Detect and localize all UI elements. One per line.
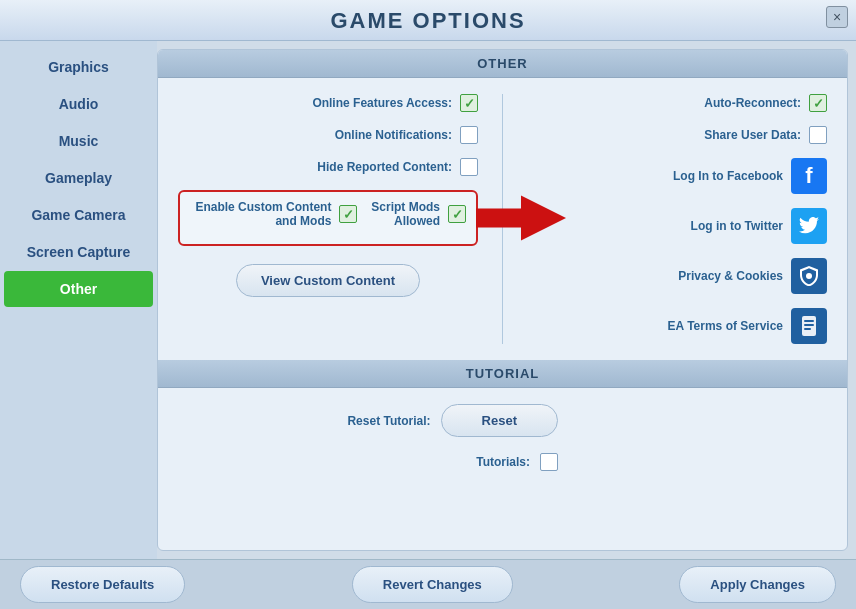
sidebar-item-screen-capture[interactable]: Screen Capture [0, 234, 157, 270]
online-features-row: Online Features Access: [178, 94, 478, 112]
hide-reported-row: Hide Reported Content: [178, 158, 478, 176]
auto-reconnect-row: Auto-Reconnect: [527, 94, 827, 112]
reset-tutorial-label: Reset Tutorial: [347, 414, 430, 428]
custom-content-box: Enable Custom Content and Mods Script Mo… [178, 190, 478, 246]
view-custom-content-button[interactable]: View Custom Content [236, 264, 420, 297]
svg-rect-3 [804, 320, 814, 322]
hide-reported-label: Hide Reported Content: [317, 160, 452, 174]
enable-custom-content-label: Enable Custom Content and Mods [190, 200, 331, 228]
share-user-data-row: Share User Data: [527, 126, 827, 144]
online-features-label: Online Features Access: [312, 96, 452, 110]
auto-reconnect-label: Auto-Reconnect: [704, 96, 801, 110]
facebook-label: Log In to Facebook [673, 169, 783, 183]
privacy-button[interactable] [791, 258, 827, 294]
reset-tutorial-row: Reset Tutorial: Reset [178, 404, 558, 437]
apply-changes-button[interactable]: Apply Changes [679, 566, 836, 603]
svg-rect-4 [804, 324, 814, 326]
ea-terms-button[interactable] [791, 308, 827, 344]
sidebar-item-gameplay[interactable]: Gameplay [0, 160, 157, 196]
auto-reconnect-checkbox[interactable] [809, 94, 827, 112]
reset-button[interactable]: Reset [441, 404, 558, 437]
tutorials-row: Tutorials: [178, 453, 558, 471]
enable-custom-content-checkbox[interactable] [339, 205, 357, 223]
facebook-row: Log In to Facebook f [527, 158, 827, 194]
online-notifications-label: Online Notifications: [335, 128, 452, 142]
share-user-data-checkbox[interactable] [809, 126, 827, 144]
share-user-data-label: Share User Data: [704, 128, 801, 142]
tutorials-checkbox[interactable] [540, 453, 558, 471]
tutorial-body: Reset Tutorial: Reset Tutorials: [158, 388, 847, 487]
script-mods-row: Script Mods Allowed [357, 200, 466, 228]
sidebar-item-music[interactable]: Music [0, 123, 157, 159]
privacy-cookies-label: Privacy & Cookies [678, 269, 783, 283]
twitter-row: Log in to Twitter [527, 208, 827, 244]
twitter-button[interactable] [791, 208, 827, 244]
close-button[interactable]: × [826, 6, 848, 28]
twitter-label: Log in to Twitter [691, 219, 783, 233]
ea-terms-row: EA Terms of Service [527, 308, 827, 344]
other-section-body: Online Features Access: Online Notificat… [158, 78, 847, 360]
footer: Restore Defaults Revert Changes Apply Ch… [0, 559, 856, 609]
facebook-button[interactable]: f [791, 158, 827, 194]
online-features-checkbox[interactable] [460, 94, 478, 112]
sidebar: Graphics Audio Music Gameplay Game Camer… [0, 41, 157, 559]
main-content: Graphics Audio Music Gameplay Game Camer… [0, 41, 856, 559]
sidebar-item-game-camera[interactable]: Game Camera [0, 197, 157, 233]
svg-point-1 [806, 273, 812, 279]
script-mods-checkbox[interactable] [448, 205, 466, 223]
restore-defaults-button[interactable]: Restore Defaults [20, 566, 185, 603]
revert-changes-button[interactable]: Revert Changes [352, 566, 513, 603]
svg-rect-5 [804, 328, 811, 330]
sidebar-item-audio[interactable]: Audio [0, 86, 157, 122]
right-column: Auto-Reconnect: Share User Data: Log In … [502, 94, 827, 344]
other-section-header: Other [158, 50, 847, 78]
content-area: Other Online Features Access: Online Not… [157, 49, 848, 551]
ea-terms-label: EA Terms of Service [668, 319, 783, 333]
sidebar-item-other[interactable]: Other [4, 271, 153, 307]
other-options-grid: Online Features Access: Online Notificat… [178, 94, 827, 344]
left-column: Online Features Access: Online Notificat… [178, 94, 502, 344]
script-mods-label: Script Mods Allowed [357, 200, 440, 228]
sidebar-item-graphics[interactable]: Graphics [0, 49, 157, 85]
privacy-cookies-row: Privacy & Cookies [527, 258, 827, 294]
hide-reported-checkbox[interactable] [460, 158, 478, 176]
tutorial-section: Tutorial Reset Tutorial: Reset Tutorials… [158, 360, 847, 487]
tutorial-section-header: Tutorial [158, 360, 847, 388]
online-notifications-row: Online Notifications: [178, 126, 478, 144]
game-options-window: Game Options × Graphics Audio Music Game… [0, 0, 856, 609]
enable-custom-content-row: Enable Custom Content and Mods [190, 200, 357, 228]
window-title: Game Options [330, 8, 525, 33]
online-notifications-checkbox[interactable] [460, 126, 478, 144]
title-bar: Game Options × [0, 0, 856, 41]
tutorials-label: Tutorials: [476, 455, 530, 469]
